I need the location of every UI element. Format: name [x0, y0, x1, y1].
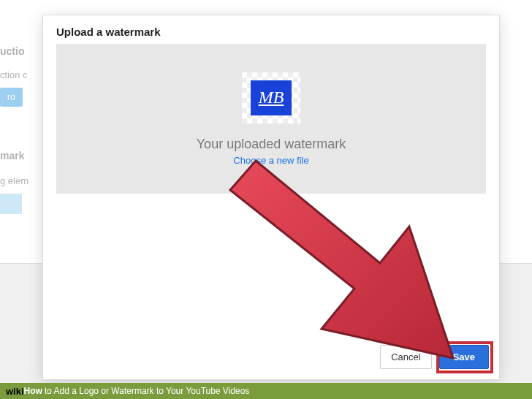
save-button[interactable]: Save: [439, 345, 489, 369]
transparency-checker: MB: [242, 72, 300, 123]
bg-intro-button: ro: [0, 88, 23, 107]
watermark-logo-text: MB: [259, 88, 284, 107]
bg-section-heading: uctio: [0, 45, 24, 57]
bg-secondary-button: [0, 194, 22, 214]
bg-section-desc: ction c: [0, 69, 28, 80]
wikihow-caption-bar: wikiHow to Add a Logo or Watermark to Yo…: [0, 383, 532, 399]
modal-footer: Cancel Save: [380, 345, 489, 369]
bg-watermark-desc: g elem: [0, 175, 28, 186]
uploaded-watermark-label: Your uploaded watermark: [197, 137, 346, 152]
watermark-preview-logo: MB: [251, 80, 292, 115]
choose-new-file-link[interactable]: Choose a new file: [233, 155, 308, 166]
wikihow-logo-how: How: [24, 386, 42, 396]
modal-title: Upload a watermark: [43, 15, 499, 44]
upload-watermark-modal: Upload a watermark MB Your uploaded wate…: [42, 15, 500, 380]
bg-watermark-heading: mark: [0, 150, 24, 162]
cancel-button[interactable]: Cancel: [380, 345, 431, 369]
article-title: to Add a Logo or Watermark to Your YouTu…: [45, 386, 249, 396]
upload-preview-area: MB Your uploaded watermark Choose a new …: [56, 44, 486, 194]
wikihow-logo-wiki: wiki: [6, 386, 24, 397]
